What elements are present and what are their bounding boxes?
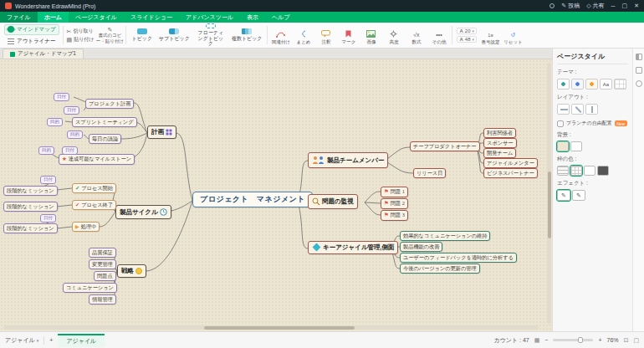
node-issue-3[interactable]: ⚑ 問題 3 bbox=[381, 210, 408, 221]
tag-date[interactable]: 日付 bbox=[64, 106, 79, 115]
theme-thumbnail-2[interactable] bbox=[571, 79, 584, 90]
post-button[interactable]: ✎投稿 bbox=[561, 2, 580, 10]
summary-button[interactable]: まとめ bbox=[292, 23, 314, 47]
tag-goal[interactable]: 目的 bbox=[47, 118, 63, 126]
node-status-in-progress[interactable]: ▶ 処理中 bbox=[72, 222, 100, 232]
node-improve-features[interactable]: 製品機能の改善 bbox=[400, 242, 442, 252]
tag-goal[interactable]: 目的 bbox=[38, 146, 54, 155]
zoom-out-button[interactable]: − bbox=[544, 337, 548, 343]
node-key-agile-management[interactable]: キーアジャイル管理,側面 bbox=[308, 241, 398, 254]
theme-gallery-button[interactable] bbox=[614, 79, 626, 90]
panel-switch-format-icon[interactable] bbox=[636, 67, 642, 74]
document-tab[interactable]: アジャイル・ドマップ1 bbox=[3, 49, 84, 59]
tab-slideshow[interactable]: スライドショー bbox=[124, 12, 179, 23]
node-sponsor[interactable]: スポンサー bbox=[483, 138, 517, 148]
node-mission-3[interactable]: 段階的なミッション bbox=[3, 223, 58, 233]
panel-switch-icons-icon[interactable] bbox=[636, 80, 642, 87]
layout-option-2[interactable] bbox=[571, 104, 584, 115]
mindmap-view-button[interactable]: マインドマップ bbox=[4, 24, 59, 35]
minimize-button[interactable]: ─ bbox=[611, 3, 616, 9]
node-status-process-end[interactable]: ✓ プロセス終了 bbox=[72, 200, 116, 210]
mark-button[interactable]: マーク bbox=[337, 23, 360, 47]
outliner-view-button[interactable]: アウトライナー bbox=[4, 36, 59, 47]
node-business-partner[interactable]: ビジネスパートナー bbox=[483, 168, 538, 178]
tag-date[interactable]: 日付 bbox=[54, 93, 69, 101]
tab-view[interactable]: 表示 bbox=[240, 12, 265, 23]
node-stakeholders[interactable]: 利害関係者 bbox=[483, 128, 516, 138]
node-project-plan[interactable]: プロジェクト計画 bbox=[85, 99, 134, 109]
node-product-team[interactable]: 製品チームメンバー bbox=[308, 152, 388, 168]
format-painter-button[interactable]: ✎書式のコピー・貼り付け bbox=[95, 23, 124, 47]
advanced-button[interactable]: 高度 bbox=[382, 23, 405, 47]
theme-thumbnail-1[interactable] bbox=[557, 79, 570, 90]
close-button[interactable]: ✕ bbox=[634, 3, 639, 9]
node-daily-discussion[interactable]: 毎日の議論 bbox=[89, 134, 121, 144]
tag-date[interactable]: 日付 bbox=[40, 176, 56, 184]
node-information-management[interactable]: 情報管理 bbox=[89, 294, 116, 304]
node-manage-updates[interactable]: 今後のバージョンの更新の管理 bbox=[400, 264, 480, 274]
fit-screen-icon[interactable]: ⊡ bbox=[624, 337, 629, 344]
node-milestone[interactable]: ★ 達成可能なマイルストーン bbox=[59, 154, 135, 165]
node-effective-communication[interactable]: 効果的なコミュニケーションの維持 bbox=[400, 231, 490, 241]
node-sprint-meeting[interactable]: スプリントミーティング bbox=[72, 117, 137, 127]
node-analyze-feedback[interactable]: ユーザーのフィードバックを適時的に分析する bbox=[400, 253, 517, 263]
node-product-cycle[interactable]: 製品サイクル bbox=[115, 205, 171, 219]
line-size-select[interactable]: A20▾ bbox=[457, 28, 477, 34]
node-agile-mentor[interactable]: アジャイルメンター bbox=[483, 158, 538, 168]
node-mission-2[interactable]: 段階的なミッション bbox=[3, 202, 58, 212]
tag-date[interactable]: 日付 bbox=[62, 146, 78, 155]
zoom-slider[interactable] bbox=[553, 339, 593, 341]
node-chief-product-owner[interactable]: チーフプロダクトオーナー bbox=[410, 141, 480, 151]
node-strategy[interactable]: 戦略 bbox=[117, 264, 146, 278]
zoom-in-button[interactable]: + bbox=[598, 337, 601, 343]
border-style-swatch-2[interactable] bbox=[570, 166, 582, 176]
free-branch-toggle[interactable]: ブランチの自由配置 New bbox=[557, 120, 628, 127]
more-button[interactable]: ••• その他 bbox=[427, 23, 450, 47]
account-icon[interactable] bbox=[549, 3, 555, 8]
maximize-button[interactable]: ▢ bbox=[622, 3, 628, 9]
effect-option-2[interactable]: ✎ bbox=[572, 190, 585, 201]
vertical-scrollbar-thumb[interactable] bbox=[548, 171, 551, 238]
relationship-button[interactable]: 関連付け bbox=[269, 23, 292, 47]
vertical-scrollbar[interactable] bbox=[547, 63, 551, 324]
tab-pagestyle[interactable]: ページスタイル bbox=[69, 12, 124, 23]
effect-option-1[interactable]: ✎ bbox=[557, 190, 570, 201]
paste-button[interactable]: ▤貼り付け bbox=[67, 36, 95, 44]
topic-button[interactable]: トピック bbox=[128, 23, 156, 47]
formula-button[interactable]: √x 数式 bbox=[405, 23, 427, 47]
node-issue-monitoring[interactable]: 問題の監視 bbox=[308, 194, 358, 209]
tab-help[interactable]: ヘルプ bbox=[265, 12, 297, 23]
reset-button[interactable]: ↺ リセット bbox=[502, 23, 524, 47]
node-change-management[interactable]: 変更管理 bbox=[89, 259, 116, 269]
mindmap-canvas[interactable]: プロジェクト マネジメント 計画 プロジェクト計画 スプリントミーティング 毎日… bbox=[0, 59, 552, 331]
cut-button[interactable]: ✂切り取り bbox=[67, 28, 95, 35]
layout-option-3[interactable] bbox=[585, 104, 598, 115]
map-selector[interactable]: アジャイル ▾ bbox=[5, 336, 38, 345]
tab-home[interactable]: ホーム bbox=[38, 12, 69, 23]
multi-topic-button[interactable]: 複数トピック bbox=[228, 23, 266, 47]
node-central-topic[interactable]: プロジェクト マネジメント bbox=[192, 192, 313, 207]
tab-file[interactable]: ファイル bbox=[0, 12, 38, 23]
font-theme-button[interactable]: Aa bbox=[600, 79, 612, 90]
node-release-date[interactable]: リリース日 bbox=[413, 168, 446, 178]
floating-topic-button[interactable]: フローティングトピック bbox=[193, 23, 228, 47]
share-button[interactable]: ◇共有 bbox=[586, 2, 604, 10]
node-mission-1[interactable]: 段階的なミッション bbox=[3, 186, 58, 196]
layout-option-1[interactable] bbox=[557, 104, 570, 115]
horizontal-scrollbar-thumb[interactable] bbox=[204, 326, 355, 330]
subtopic-button[interactable]: サブトピック bbox=[156, 23, 193, 47]
font-size-select[interactable]: A48▾ bbox=[457, 36, 477, 43]
node-issues-list[interactable]: 問題点 bbox=[94, 271, 116, 281]
node-issue-1[interactable]: ⚑ 問題 1 bbox=[381, 187, 408, 197]
node-status-process-start[interactable]: ✓ プロセス開始 bbox=[72, 183, 116, 193]
node-quality-assurance[interactable]: 品質保証 bbox=[89, 248, 116, 258]
node-plan[interactable]: 計画 bbox=[147, 125, 176, 139]
add-sheet-button[interactable]: + bbox=[49, 337, 53, 343]
tag-goal[interactable]: 目的 bbox=[67, 130, 83, 139]
sheet-tab-agile[interactable]: アジャイル bbox=[58, 334, 105, 347]
panel-switch-style-icon[interactable] bbox=[636, 54, 642, 60]
background-swatch-white[interactable] bbox=[570, 141, 582, 151]
zoom-slider-thumb[interactable] bbox=[578, 337, 583, 343]
node-issue-2[interactable]: ⚑ 問題 2 bbox=[381, 198, 408, 209]
callout-button[interactable]: 注釈 bbox=[314, 23, 337, 47]
